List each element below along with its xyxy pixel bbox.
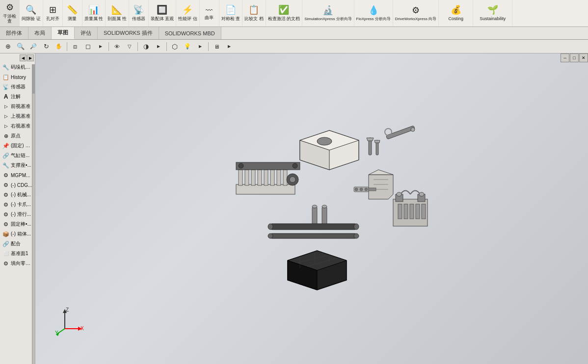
maximize-button[interactable]: □ bbox=[570, 53, 579, 62]
ribbon-driveworksxpress[interactable]: ⚙ DriveWorksXpress 向导 bbox=[393, 0, 439, 26]
ribbon-zhuangpei[interactable]: 🔲 装配体 直观 bbox=[149, 0, 177, 26]
tree-item-peihe[interactable]: 🔗 配合 bbox=[0, 239, 35, 249]
display-arrow-button[interactable]: ▶ bbox=[95, 41, 107, 52]
svg-text:Y: Y bbox=[55, 330, 58, 336]
ribbon-celiang[interactable]: 📏 测量 bbox=[63, 0, 82, 26]
ribbon-bijiao[interactable]: 📄 对称检 查 bbox=[219, 0, 243, 26]
pan-button[interactable]: ✋ bbox=[53, 41, 65, 52]
filter-button[interactable]: ▽ bbox=[124, 41, 135, 52]
ribbon-ganrao[interactable]: ⚙ 干涉检 查 bbox=[0, 0, 20, 26]
part-gripper bbox=[393, 190, 428, 226]
ribbon-bijiao-wen[interactable]: 📋 比较文 档 bbox=[242, 0, 266, 26]
top-view-icon: ▷ bbox=[2, 112, 10, 120]
svg-point-58 bbox=[411, 128, 415, 131]
rotate-button[interactable]: ↻ bbox=[40, 41, 52, 52]
tree-item-jixie[interactable]: ⚙ (-) 机械... bbox=[0, 190, 35, 200]
zoom-out-button[interactable]: 🔎 bbox=[27, 41, 39, 52]
shading-button[interactable]: ◑ bbox=[140, 41, 152, 52]
shading-arrow-button[interactable]: ▶ bbox=[153, 41, 164, 52]
svg-rect-11 bbox=[245, 170, 249, 185]
part-pins bbox=[312, 205, 327, 226]
svg-rect-12 bbox=[251, 170, 255, 185]
svg-rect-45 bbox=[422, 204, 426, 219]
tree-item-shangshi[interactable]: ▷ 上视基准 bbox=[0, 111, 35, 121]
tab-zujianti[interactable]: 部件体 bbox=[0, 27, 28, 39]
svg-rect-10 bbox=[239, 170, 242, 185]
view-arrow-button[interactable]: ▶ bbox=[194, 41, 206, 52]
tree-item-cdg[interactable]: ⚙ (-) CDG... bbox=[0, 180, 35, 190]
viewport[interactable]: ─ □ ✕ bbox=[35, 53, 588, 364]
hide-show-button[interactable]: 👁 bbox=[111, 41, 123, 52]
screen-button[interactable]: 🖥 bbox=[211, 41, 222, 52]
tree-item-gudingguan[interactable]: ⚙ 固定棒•... bbox=[0, 219, 35, 229]
tab-solidworks-mbd[interactable]: SOLIDWORKS MBD bbox=[159, 27, 221, 39]
ribbon-jiancefeng[interactable]: 🔍 间隙验 证 bbox=[20, 0, 43, 26]
panel-scroll-left[interactable]: ◀ bbox=[20, 54, 27, 61]
tree-item-youshi[interactable]: ▷ 右视基准 bbox=[0, 121, 35, 131]
part-box-housing bbox=[300, 130, 359, 170]
part-bracket bbox=[369, 170, 393, 199]
ribbon-kongduiqi[interactable]: ⊞ 孔对齐 bbox=[43, 0, 63, 26]
ribbon-qulv[interactable]: 〰 曲率 bbox=[200, 0, 219, 26]
close-button[interactable]: ✕ bbox=[579, 53, 588, 62]
screen-arrow-button[interactable]: ▶ bbox=[223, 41, 235, 52]
svg-rect-60 bbox=[369, 188, 376, 191]
ribbon-jianchajihuo[interactable]: ✅ 检查激活 的文档 bbox=[266, 0, 303, 26]
tree-item-xiangti[interactable]: 📦 (-) 箱体... bbox=[0, 229, 35, 239]
tab-caotu[interactable]: 草图 bbox=[52, 27, 75, 39]
ribbon-xingneng[interactable]: ⚡ 性能评 估 bbox=[176, 0, 200, 26]
tree-item-chuanganqi[interactable]: 📡 传感器 bbox=[0, 82, 35, 92]
tab-solidworks-plugin[interactable]: SOLIDWORKS 插件 bbox=[98, 27, 159, 39]
display-mode-button[interactable]: ◻ bbox=[82, 41, 94, 52]
origin-icon: ⊕ bbox=[2, 132, 10, 140]
tree-item-qiyuanglian[interactable]: 🔗 气缸链... bbox=[0, 151, 35, 160]
ganrao-icon: ⚙ bbox=[6, 2, 14, 13]
tree-item-maji[interactable]: 🔧 码垛机械爪 bbox=[0, 62, 35, 72]
support-icon: 🔧 bbox=[2, 161, 10, 169]
svg-point-57 bbox=[385, 129, 392, 135]
tree-item-jizhunmian[interactable]: ⬜ 基准面1 bbox=[0, 249, 35, 259]
tree-item-mgpm[interactable]: ⚙ MGPM... bbox=[0, 170, 35, 180]
tree-item-zhujie[interactable]: A 注解 bbox=[0, 92, 35, 102]
svg-marker-8 bbox=[374, 140, 380, 143]
tree-item-guding[interactable]: 📌 (固定) 注... bbox=[0, 141, 35, 151]
svg-point-36 bbox=[268, 234, 273, 238]
costing-icon: 💰 bbox=[451, 5, 461, 16]
tree-item-zhichengzuo[interactable]: 🔧 支撑座•... bbox=[0, 160, 35, 170]
view3d-button[interactable]: ⬡ bbox=[169, 41, 181, 52]
zoom-in-button[interactable]: 🔍 bbox=[15, 41, 27, 52]
zoom-fit-button[interactable]: ⊕ bbox=[2, 41, 14, 52]
ribbon-flowxpress[interactable]: 💧 FloXpress 分析向导 bbox=[354, 0, 393, 26]
tab-pingjia[interactable]: 评估 bbox=[75, 27, 98, 39]
panel-scroll-right[interactable]: ▶ bbox=[27, 54, 34, 61]
tree-item-huaxing[interactable]: ⚙ (-) 滑行... bbox=[0, 209, 35, 219]
tree-item-tianxiang[interactable]: ⚙ 填向零件... bbox=[0, 259, 35, 268]
svg-point-22 bbox=[293, 163, 297, 168]
driveworks-icon: ⚙ bbox=[412, 5, 420, 16]
tree-item-qianshi[interactable]: ▷ 前视基准 bbox=[0, 102, 35, 111]
ribbon-zhiliang[interactable]: 📊 质量属 性 bbox=[82, 0, 106, 26]
ribbon-jianmian[interactable]: 📐 剖面属 性 bbox=[106, 0, 129, 26]
section-button[interactable]: ⧈ bbox=[69, 41, 81, 52]
tree-item-history[interactable]: 📋 History bbox=[0, 72, 35, 82]
ribbon-simulationxpress[interactable]: 🔬 SimulationXpress 分析向导 bbox=[302, 0, 354, 26]
jianchajihuo-icon: ✅ bbox=[278, 5, 289, 16]
tree-item-kazhua[interactable]: ⚙ (-) 卡爪... bbox=[0, 200, 35, 209]
plane-icon: ⬜ bbox=[2, 250, 10, 258]
minimize-button[interactable]: ─ bbox=[561, 53, 569, 62]
lights-button[interactable]: 💡 bbox=[182, 41, 193, 52]
panel-scrollbar[interactable] bbox=[32, 64, 35, 364]
panel-scroll-arrows: ◀ ▶ bbox=[0, 53, 35, 62]
svg-point-31 bbox=[322, 205, 327, 208]
svg-point-62 bbox=[360, 188, 363, 191]
part-comb bbox=[236, 162, 300, 194]
ribbon-costing[interactable]: 💰 Costing bbox=[439, 0, 473, 26]
ribbon-sustainability[interactable]: 🌱 Sustainability bbox=[473, 0, 512, 26]
tab-buju[interactable]: 布局 bbox=[28, 27, 52, 39]
tree-item-yuandian[interactable]: ⊕ 原点 bbox=[0, 131, 35, 141]
svg-text:Z: Z bbox=[66, 307, 69, 312]
svg-rect-17 bbox=[283, 170, 287, 185]
ribbon-chuanganqi[interactable]: 📡 传感器 bbox=[129, 0, 149, 26]
bijiao-icon: 📄 bbox=[225, 5, 236, 16]
window-controls: ─ □ ✕ bbox=[560, 53, 588, 62]
